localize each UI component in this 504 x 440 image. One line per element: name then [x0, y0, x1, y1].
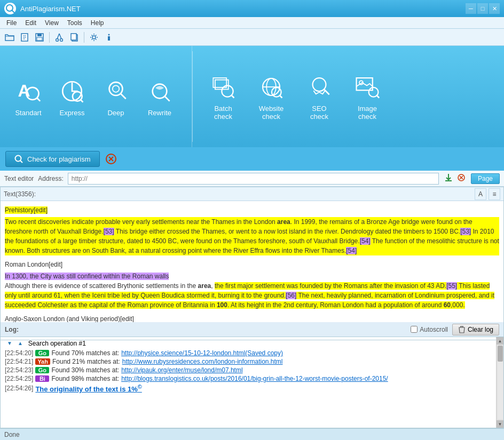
clear-log-button[interactable]: Clear log — [452, 324, 499, 335]
batch-label: Batchcheck — [214, 105, 232, 121]
menu-edit[interactable]: Edit — [21, 18, 41, 28]
check-plagiarism-button[interactable]: Check for plagiarism — [5, 151, 100, 167]
autoscroll-checkbox[interactable]: Autoscroll — [411, 326, 448, 333]
svg-line-43 — [376, 95, 379, 98]
image-icon — [353, 73, 382, 101]
mode-seo-button[interactable]: SEOcheck — [295, 51, 343, 142]
download-icon-button[interactable] — [443, 172, 454, 185]
log-origin-time: [22:54:26] — [5, 385, 33, 392]
svg-line-23 — [80, 99, 83, 102]
express-icon — [58, 77, 86, 106]
view-list-button[interactable]: ≡ — [489, 188, 500, 200]
text-content-area[interactable]: Prehistory[edit] Two recent discoveries … — [1, 201, 503, 340]
log-link-1[interactable]: http://physice.science/15-10-12-london.h… — [121, 349, 283, 357]
mode-website-button[interactable]: Websitecheck — [247, 51, 295, 142]
website-label: Websitecheck — [259, 105, 284, 121]
autoscroll-label: Autoscroll — [420, 326, 448, 333]
page-button[interactable]: Page — [471, 173, 500, 184]
standart-icon: A — [14, 77, 43, 106]
log-link-4[interactable]: http://blogs.translogistics.co.uk/posts/… — [121, 375, 388, 382]
check-modes-right: Batchcheck Websitecheck — [193, 46, 504, 147]
log-entry-1: [22:54:20] Go Found 70% matches at: http… — [5, 349, 492, 357]
log-header: Log: Autoscroll Clear log — [1, 322, 503, 337]
settings-button[interactable] — [88, 31, 100, 44]
svg-line-1 — [12, 10, 14, 13]
address-bar: Text editor Address: Page — [0, 171, 504, 187]
minimize-button[interactable]: ─ — [466, 3, 476, 14]
svg-point-24 — [109, 82, 123, 95]
rewrite-icon — [145, 77, 174, 106]
log-time-1: [22:54:20] — [5, 349, 33, 357]
close-button[interactable]: ✕ — [489, 3, 500, 14]
app-title: AntiPlagiarism.NET — [20, 5, 466, 13]
autoscroll-input[interactable] — [411, 326, 418, 333]
search-op-label: Search operation #1 — [28, 340, 86, 347]
svg-line-20 — [37, 98, 40, 101]
mode-image-button[interactable]: Imagecheck — [343, 51, 391, 142]
seo-icon — [305, 73, 334, 101]
log-originality: [22:54:26] The originality of the text i… — [5, 383, 492, 393]
svg-rect-7 — [37, 34, 42, 36]
mode-standart-button[interactable]: A Standart — [6, 51, 50, 142]
toolbar-separator-2 — [84, 32, 84, 43]
mode-rewrite-button[interactable]: Rewrite — [138, 51, 182, 142]
standart-label: Standart — [15, 109, 41, 117]
scrollbar-up[interactable]: ▲ — [497, 337, 504, 345]
svg-line-45 — [20, 161, 22, 163]
log-badge-1: Go — [35, 350, 49, 356]
log-time-4: [22:54:25] — [5, 375, 33, 382]
log-link-2[interactable]: http://www.rubysresidences.com/london-in… — [122, 358, 283, 365]
format-text-button[interactable]: A — [475, 188, 486, 200]
scroll-up-button[interactable]: ▼ — [5, 339, 14, 347]
menu-file[interactable]: File — [2, 18, 21, 28]
mode-deep-button[interactable]: Deep — [94, 51, 138, 142]
website-icon — [257, 73, 286, 101]
deep-icon — [101, 77, 130, 106]
log-badge-4: Bi — [35, 375, 49, 382]
log-scrollbar[interactable]: ▲ ▼ — [496, 337, 503, 428]
scrollbar-thumb[interactable] — [498, 346, 503, 362]
new-file-button[interactable] — [18, 31, 31, 44]
text-editor-label: Text editor — [4, 175, 34, 182]
copy-button[interactable] — [68, 31, 81, 44]
text-count-label: Text(3356): — [4, 190, 36, 198]
menubar: File Edit View Tools Help — [0, 17, 504, 29]
seo-label: SEOcheck — [310, 105, 328, 121]
mode-batch-button[interactable]: Batchcheck — [199, 51, 247, 142]
menu-tools[interactable]: Tools — [63, 18, 86, 28]
clear-log-label: Clear log — [468, 326, 493, 333]
cut-button[interactable] — [53, 31, 66, 44]
svg-line-25 — [121, 93, 126, 99]
originality-text[interactable]: The originality of the text is 1%© — [35, 383, 141, 393]
scrollbar-down[interactable]: ▼ — [497, 420, 504, 428]
save-button[interactable] — [33, 31, 46, 44]
log-text-3: Found 30% matches at: — [51, 366, 119, 374]
info-button[interactable] — [103, 31, 115, 44]
log-link-3[interactable]: http://vipauk.org/enter/muse/lond/m07.ht… — [121, 366, 242, 374]
statusbar: Done — [0, 428, 504, 440]
restore-button[interactable]: □ — [477, 3, 488, 14]
roman-paragraph: In 1300, the City was still confined wit… — [5, 271, 499, 310]
log-entry-4: [22:54:25] Bi Found 98% matches at: http… — [5, 375, 492, 382]
text-editor-panel: Text(3356): A ≡ Prehistory[edit] Two rec… — [0, 187, 504, 340]
scroll-arrows: ▼ ▲ — [5, 339, 25, 347]
address-input[interactable] — [68, 173, 439, 185]
svg-rect-17 — [108, 36, 110, 41]
scroll-down-button[interactable]: ▲ — [15, 339, 25, 347]
log-text-2: Found 21% matches at: — [52, 358, 120, 365]
open-folder-button[interactable] — [3, 31, 16, 44]
check-btn-label: Check for plagiarism — [27, 155, 91, 163]
menu-help[interactable]: Help — [86, 18, 108, 28]
cancel-address-button[interactable] — [456, 172, 467, 185]
svg-line-11 — [57, 34, 59, 39]
svg-point-38 — [313, 78, 326, 91]
svg-point-15 — [92, 36, 96, 39]
check-bar: Check for plagiarism — [0, 147, 504, 171]
svg-rect-8 — [37, 37, 42, 41]
mode-express-button[interactable]: Express — [50, 51, 94, 142]
menu-view[interactable]: View — [41, 18, 63, 28]
deep-label: Deep — [107, 109, 124, 117]
cancel-button[interactable] — [104, 152, 118, 166]
window-controls: ─ □ ✕ — [466, 3, 500, 14]
roman-heading: Roman London[edit] — [5, 260, 499, 269]
